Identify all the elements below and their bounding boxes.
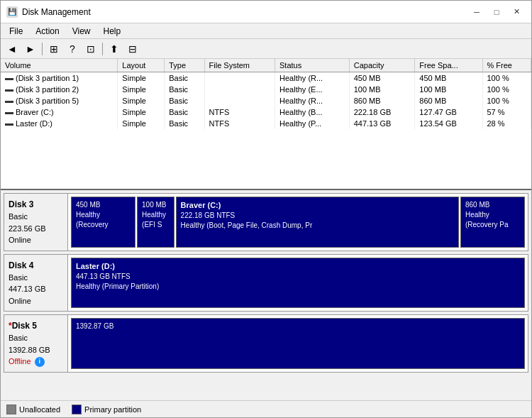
cell-pctfree: 100 % — [482, 72, 531, 84]
disk-type: Basic — [9, 211, 63, 223]
cell-layout: Simple — [118, 72, 165, 84]
cell-layout: Simple — [118, 118, 165, 129]
disk-partitions-disk4: Laster (D:) 447.13 GB NTFS Healthy (Prim… — [68, 255, 528, 312]
disk-name: Disk 4 — [9, 259, 63, 272]
disk-size: 1392.88 GB — [9, 344, 63, 356]
close-button[interactable]: ✕ — [507, 5, 526, 19]
cell-type: Basic — [165, 106, 204, 118]
table-row[interactable]: (Disk 3 partition 5) Simple Basic Health… — [1, 95, 531, 106]
disk-offline-badge: Offline i — [9, 357, 45, 365]
cell-freespace: 860 MB — [415, 95, 482, 106]
cell-capacity: 860 MB — [349, 95, 415, 106]
partition-disk4-0[interactable]: Laster (D:) 447.13 GB NTFS Healthy (Prim… — [71, 258, 525, 309]
legend-primary-box — [72, 405, 82, 414]
menu-view[interactable]: View — [67, 25, 96, 38]
volume-table: Volume Layout Type File System Status Ca… — [1, 59, 531, 129]
toolbar-separator-1 — [42, 43, 43, 55]
col-layout[interactable]: Layout — [118, 59, 165, 72]
disk-row-disk4: Disk 4 Basic 447.13 GB Online Laster (D:… — [4, 254, 528, 312]
disk-row-disk5: *Disk 5 Basic 1392.88 GB Offline i 1392.… — [4, 314, 528, 373]
partition-disk5-0[interactable]: 1392.87 GB — [71, 318, 525, 369]
disk-label-disk3: Disk 3 Basic 223.56 GB Online — [4, 194, 68, 251]
disk-status: Online — [9, 236, 31, 244]
col-volume[interactable]: Volume — [1, 59, 118, 72]
cell-filesystem — [204, 84, 275, 95]
col-filesystem[interactable]: File System — [204, 59, 275, 72]
disk-size: 223.56 GB — [9, 223, 63, 235]
cell-status: Healthy (E... — [275, 84, 350, 95]
cell-capacity: 222.18 GB — [349, 106, 415, 118]
cell-type: Basic — [165, 95, 204, 106]
forward-button[interactable]: ► — [22, 41, 39, 57]
legend-primary: Primary partition — [72, 405, 141, 414]
menu-bar: File Action View Help — [1, 23, 531, 39]
col-freespace[interactable]: Free Spa... — [415, 59, 482, 72]
properties-button[interactable]: ⊞ — [45, 41, 62, 57]
menu-help[interactable]: Help — [98, 25, 127, 38]
disk-partitions-disk3: 450 MB Healthy (Recovery 100 MB Healthy … — [68, 194, 528, 251]
cell-freespace: 100 MB — [415, 84, 482, 95]
cell-pctfree: 100 % — [482, 84, 531, 95]
disk-type: Basic — [9, 272, 63, 284]
table-row[interactable]: Laster (D:) Simple Basic NTFS Healthy (P… — [1, 118, 531, 129]
partition-disk3-3[interactable]: 860 MB Healthy (Recovery Pa — [460, 197, 525, 248]
disk-type: Basic — [9, 332, 63, 344]
col-status[interactable]: Status — [275, 59, 350, 72]
app-icon: 💾 — [6, 6, 18, 18]
cell-filesystem — [204, 72, 275, 84]
part-size: 1392.87 GB — [76, 321, 520, 331]
partition-disk3-1[interactable]: 100 MB Healthy (EFI S — [137, 197, 174, 248]
volume-table-section: Volume Layout Type File System Status Ca… — [1, 59, 531, 190]
cell-type: Basic — [165, 118, 204, 129]
col-pctfree[interactable]: % Free — [482, 59, 531, 72]
help-button[interactable]: ? — [64, 41, 81, 57]
part-sublabel: 222.18 GB NTFS — [181, 211, 454, 221]
menu-action[interactable]: Action — [30, 25, 65, 38]
title-bar-left: 💾 Disk Management — [6, 6, 91, 18]
part-health: Healthy (Recovery Pa — [465, 210, 520, 230]
cell-layout: Simple — [118, 84, 165, 95]
menu-file[interactable]: File — [4, 25, 28, 38]
cell-pctfree: 57 % — [482, 106, 531, 118]
cell-pctfree: 100 % — [482, 95, 531, 106]
info-icon[interactable]: i — [35, 357, 45, 367]
cell-volume: (Disk 3 partition 2) — [1, 84, 118, 95]
back-button[interactable]: ◄ — [4, 41, 21, 57]
cell-type: Basic — [165, 72, 204, 84]
table-row[interactable]: (Disk 3 partition 1) Simple Basic Health… — [1, 72, 531, 84]
cell-status: Healthy (R... — [275, 72, 350, 84]
col-capacity[interactable]: Capacity — [349, 59, 415, 72]
disk-partitions-disk5: 1392.87 GB — [68, 315, 528, 372]
part-name: Braver (C:) — [181, 200, 454, 211]
part-subsublabel: Healthy (Boot, Page File, Crash Dump, Pr — [181, 221, 454, 231]
partition-disk3-2[interactable]: Braver (C:) 222.18 GB NTFS Healthy (Boot… — [176, 197, 459, 248]
window-title: Disk Management — [22, 7, 91, 17]
part-sublabel: 447.13 GB NTFS — [76, 272, 520, 282]
up-button[interactable]: ⬆ — [106, 41, 123, 57]
cell-status: Healthy (R... — [275, 95, 350, 106]
disk-label-disk5: *Disk 5 Basic 1392.88 GB Offline i — [4, 315, 68, 372]
cell-filesystem — [204, 95, 275, 106]
legend-unalloc-label: Unallocated — [19, 405, 60, 414]
refresh-button[interactable]: ⊡ — [82, 41, 99, 57]
table-header-row: Volume Layout Type File System Status Ca… — [1, 59, 531, 72]
disk-name: Disk 3 — [9, 198, 63, 211]
minimize-button[interactable]: ─ — [467, 5, 486, 19]
table-row[interactable]: Braver (C:) Simple Basic NTFS Healthy (B… — [1, 106, 531, 118]
disk-label-disk4: Disk 4 Basic 447.13 GB Online — [4, 255, 68, 312]
table-row[interactable]: (Disk 3 partition 2) Simple Basic Health… — [1, 84, 531, 95]
title-bar: 💾 Disk Management ─ □ ✕ — [1, 1, 531, 23]
part-subsublabel: Healthy (Primary Partition) — [76, 282, 520, 292]
col-type[interactable]: Type — [165, 59, 204, 72]
legend-unalloc-box — [6, 405, 16, 414]
cell-capacity: 100 MB — [349, 84, 415, 95]
toolbar: ◄ ► ⊞ ? ⊡ ⬆ ⊟ — [1, 39, 531, 59]
disk-row-disk3: Disk 3 Basic 223.56 GB Online 450 MB Hea… — [4, 193, 528, 251]
disk-section: Disk 3 Basic 223.56 GB Online 450 MB Hea… — [1, 190, 531, 400]
delete-button[interactable]: ⊟ — [124, 41, 141, 57]
partition-disk3-0[interactable]: 450 MB Healthy (Recovery — [71, 197, 135, 248]
part-size: 860 MB — [465, 200, 520, 210]
maximize-button[interactable]: □ — [487, 5, 506, 19]
toolbar-separator-2 — [102, 43, 103, 55]
cell-status: Healthy (P... — [275, 118, 350, 129]
